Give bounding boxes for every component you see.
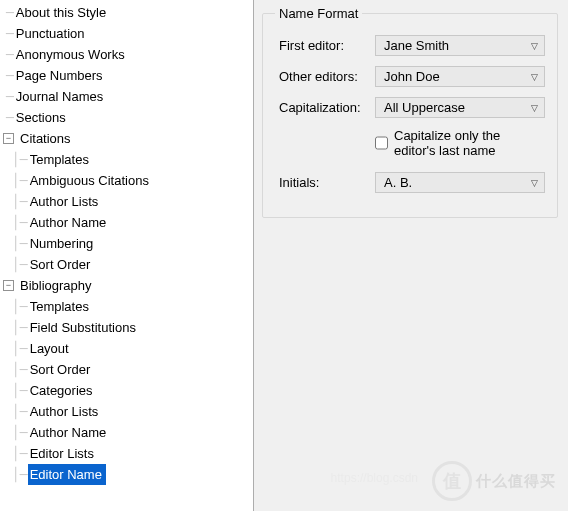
tree-item-label: Ambiguous Citations [28, 170, 153, 191]
tree-item[interactable]: ─ Punctuation [0, 23, 253, 44]
tree-connector: │─ [6, 233, 28, 254]
tree-item[interactable]: ─ Journal Names [0, 86, 253, 107]
group-legend: Name Format [275, 6, 362, 21]
tree-connector: │─ [6, 401, 28, 422]
chevron-down-icon: ▽ [531, 72, 538, 82]
tree-item-label: Sections [14, 107, 70, 128]
other-editors-label: Other editors: [275, 69, 375, 84]
collapse-icon[interactable]: − [3, 280, 14, 291]
tree-item[interactable]: │─ Sort Order [0, 254, 253, 275]
tree-connector: │─ [6, 380, 28, 401]
other-editors-combo[interactable]: John Doe ▽ [375, 66, 545, 87]
tree-connector: │─ [6, 359, 28, 380]
capitalization-label: Capitalization: [275, 100, 375, 115]
capitalize-lastname-checkbox[interactable] [375, 136, 388, 150]
row-capitalize-lastname: Capitalize only the editor's last name [375, 128, 545, 158]
tree-branch[interactable]: −Citations [0, 128, 253, 149]
tree-item[interactable]: ─ Page Numbers [0, 65, 253, 86]
tree-connector: ─ [0, 23, 14, 44]
row-other-editors: Other editors: John Doe ▽ [275, 66, 545, 87]
tree-item-label: Sort Order [28, 254, 95, 275]
tree-connector: ─ [0, 107, 14, 128]
tree-item[interactable]: ─ About this Style [0, 2, 253, 23]
tree-item[interactable]: │─ Layout [0, 338, 253, 359]
capitalization-combo[interactable]: All Uppercase ▽ [375, 97, 545, 118]
tree-item[interactable]: │─ Numbering [0, 233, 253, 254]
tree-item-label: Author Lists [28, 401, 103, 422]
tree-item-label: Author Lists [28, 191, 103, 212]
capitalize-lastname-label: Capitalize only the editor's last name [394, 128, 545, 158]
tree-connector: │─ [6, 170, 28, 191]
row-capitalization: Capitalization: All Uppercase ▽ [275, 97, 545, 118]
tree-connector: ─ [0, 2, 14, 23]
tree-item-label: Author Name [28, 212, 111, 233]
tree-branch-label: Citations [18, 128, 75, 149]
tree-pane: ─ About this Style─ Punctuation─ Anonymo… [0, 0, 254, 511]
tree-branch[interactable]: −Bibliography [0, 275, 253, 296]
first-editor-combo[interactable]: Jane Smith ▽ [375, 35, 545, 56]
settings-pane: Name Format First editor: Jane Smith ▽ O… [254, 0, 568, 511]
tree-branch-label: Bibliography [18, 275, 96, 296]
tree-item-label: Punctuation [14, 23, 89, 44]
row-initials: Initials: A. B. ▽ [275, 172, 545, 193]
tree-item[interactable]: │─ Author Name [0, 422, 253, 443]
tree-connector: │─ [6, 212, 28, 233]
tree-item[interactable]: │─ Templates [0, 149, 253, 170]
tree-item-label: Templates [28, 296, 93, 317]
tree-connector: ─ [0, 65, 14, 86]
capitalization-value: All Uppercase [384, 100, 465, 115]
initials-value: A. B. [384, 175, 412, 190]
tree-connector: │─ [6, 149, 28, 170]
initials-label: Initials: [275, 175, 375, 190]
tree-item-label: Categories [28, 380, 97, 401]
tree-connector: │─ [6, 443, 28, 464]
tree-item-label: Journal Names [14, 86, 107, 107]
tree-item-label: Layout [28, 338, 73, 359]
tree-connector: │─ [6, 338, 28, 359]
tree-item-label: Anonymous Works [14, 44, 129, 65]
row-first-editor: First editor: Jane Smith ▽ [275, 35, 545, 56]
tree-item[interactable]: │─ Editor Name [0, 464, 253, 485]
tree-item[interactable]: │─ Field Substitutions [0, 317, 253, 338]
tree-connector: ─ [0, 86, 14, 107]
tree-item[interactable]: │─ Author Lists [0, 401, 253, 422]
tree-connector: │─ [6, 254, 28, 275]
chevron-down-icon: ▽ [531, 41, 538, 51]
tree-connector: │─ [6, 296, 28, 317]
tree-item-label: Page Numbers [14, 65, 107, 86]
first-editor-label: First editor: [275, 38, 375, 53]
tree-connector: │─ [6, 191, 28, 212]
tree-connector: ─ [0, 44, 14, 65]
tree-item[interactable]: │─ Templates [0, 296, 253, 317]
tree-item[interactable]: │─ Ambiguous Citations [0, 170, 253, 191]
tree-item-label: Editor Lists [28, 443, 98, 464]
other-editors-value: John Doe [384, 69, 440, 84]
tree-item[interactable]: │─ Sort Order [0, 359, 253, 380]
tree-item-label: Sort Order [28, 359, 95, 380]
chevron-down-icon: ▽ [531, 178, 538, 188]
tree-item-label: Author Name [28, 422, 111, 443]
tree-item-label: About this Style [14, 2, 110, 23]
tree-item[interactable]: │─ Author Lists [0, 191, 253, 212]
tree-connector: │─ [6, 317, 28, 338]
tree-item[interactable]: ─ Anonymous Works [0, 44, 253, 65]
tree-item-label: Editor Name [28, 464, 106, 485]
tree-item[interactable]: │─ Categories [0, 380, 253, 401]
tree-item-label: Templates [28, 149, 93, 170]
first-editor-value: Jane Smith [384, 38, 449, 53]
tree-item-label: Field Substitutions [28, 317, 140, 338]
initials-combo[interactable]: A. B. ▽ [375, 172, 545, 193]
tree-connector: │─ [6, 422, 28, 443]
chevron-down-icon: ▽ [531, 103, 538, 113]
tree-item-label: Numbering [28, 233, 98, 254]
collapse-icon[interactable]: − [3, 133, 14, 144]
tree-item[interactable]: ─ Sections [0, 107, 253, 128]
tree-item[interactable]: │─ Author Name [0, 212, 253, 233]
name-format-group: Name Format First editor: Jane Smith ▽ O… [262, 6, 558, 218]
tree-connector: │─ [6, 464, 28, 485]
tree-item[interactable]: │─ Editor Lists [0, 443, 253, 464]
